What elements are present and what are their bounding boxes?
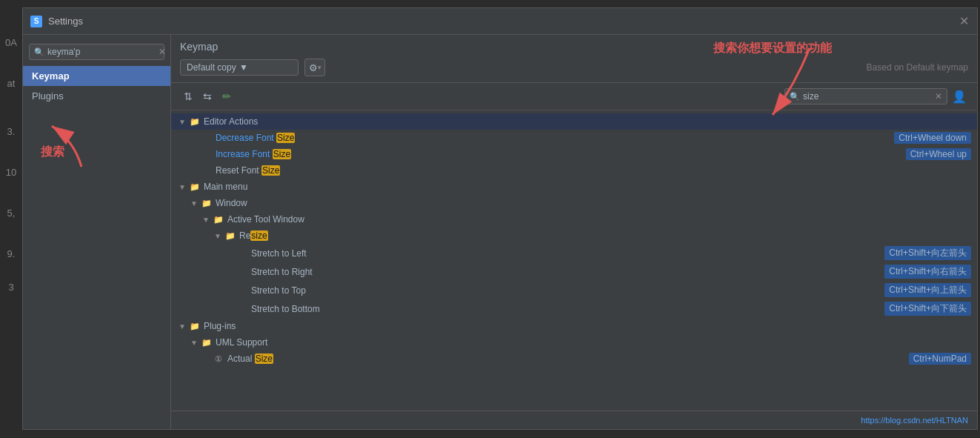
sidebar-search-icon: 🔍	[34, 47, 44, 57]
node-label-plugins: Plug-ins	[204, 321, 977, 331]
tree-node-active-tool-window[interactable]: ▼ 📁 Active Tool Window	[171, 211, 977, 228]
tree-node-window[interactable]: ▼ 📁 Window	[171, 195, 977, 211]
filter-search-icon: 🔍	[790, 92, 800, 102]
sidebar: 🔍 ✕ Keymap Plugins	[23, 35, 171, 429]
tree-node-actual-size[interactable]: ① Actual Size Ctrl+NumPad	[171, 351, 977, 367]
shortcut-stretch-left: Ctrl+Shift+向左箭头	[884, 246, 971, 260]
toolbar-row: ⇅ ⇆ ✏ 🔍 ✕ 👤	[171, 83, 977, 110]
expand-icon-uml: ▼	[189, 339, 199, 347]
tree-node-editor-actions[interactable]: ▼ 📁 Editor Actions	[171, 113, 977, 130]
tree-node-plugins[interactable]: ▼ 📁 Plug-ins	[171, 318, 977, 334]
expand-all-button[interactable]: ⇅	[180, 88, 196, 104]
expand-icon-window: ▼	[189, 199, 199, 208]
sidebar-search-box[interactable]: 🔍 ✕	[29, 44, 164, 60]
node-label-window: Window	[216, 198, 977, 208]
keymap-controls-row: Default copy ▼ ⚙ ▾ Based on Default keym…	[180, 59, 968, 76]
keymap-dropdown[interactable]: Default copy ▼	[180, 59, 299, 76]
dialog-close-button[interactable]: ✕	[958, 16, 970, 27]
user-icon: 👤	[952, 90, 967, 104]
settings-app-icon: S	[30, 16, 42, 27]
action-icon-sb	[236, 303, 248, 315]
collapse-all-button[interactable]: ⇆	[199, 88, 216, 104]
tree-node-main-menu[interactable]: ▼ 📁 Main menu	[171, 179, 977, 195]
expand-icon-plugins: ▼	[177, 322, 187, 331]
expand-all-icon: ⇅	[184, 90, 193, 102]
node-label-reset-font: Reset Font Size	[216, 165, 977, 176]
keymap-tree[interactable]: ▼ 📁 Editor Actions Decrease Font Size Ct…	[171, 110, 977, 411]
folder-icon-resize: 📁	[224, 230, 236, 242]
dropdown-arrow-icon: ▼	[239, 62, 292, 73]
filter-search-clear[interactable]: ✕	[935, 91, 942, 102]
action-icon-st	[236, 285, 248, 296]
node-label-uml: UML Support	[216, 337, 977, 348]
tree-node-increase-font[interactable]: Increase Font Size Ctrl+Wheel up	[171, 146, 977, 162]
settings-dialog: S Settings ✕ 🔍 ✕ Keymap Plugins Keym	[22, 7, 978, 430]
sidebar-item-keymap[interactable]: Keymap	[23, 66, 170, 86]
filter-search-input[interactable]	[803, 91, 935, 102]
main-content: Keymap Default copy ▼ ⚙ ▾ Based on Defau…	[171, 35, 977, 429]
tree-node-stretch-bottom[interactable]: Stretch to Bottom Ctrl+Shift+向下箭头	[171, 299, 977, 318]
action-icon	[201, 132, 213, 144]
node-label-stretch-left: Stretch to Left	[251, 248, 884, 259]
folder-icon-atw: 📁	[213, 213, 224, 225]
bottom-bar: https://blog.csdn.net/HLTNAN	[171, 411, 977, 429]
dialog-titlebar: S Settings ✕	[23, 8, 977, 35]
based-on-label: Based on Default keymap	[867, 62, 968, 73]
folder-icon: 📁	[189, 116, 201, 127]
folder-icon-main: 📁	[189, 181, 201, 193]
sidebar-search-clear[interactable]: ✕	[159, 47, 166, 57]
tree-node-reset-font[interactable]: Reset Font Size	[171, 162, 977, 179]
node-label-actual-size: Actual Size	[227, 354, 909, 364]
expand-icon-resize: ▼	[213, 232, 223, 240]
node-label-stretch-right: Stretch to Right	[251, 267, 884, 277]
node-label-stretch-top: Stretch to Top	[251, 285, 884, 296]
sidebar-search-input[interactable]	[47, 47, 159, 57]
node-label-resize: Resize	[239, 230, 977, 241]
expand-icon-main: ▼	[177, 183, 187, 191]
bg-editor: 0A at 3. 10 5, 9. 3	[0, 0, 22, 438]
action-icon-sl	[236, 248, 248, 259]
expand-icon: ▼	[177, 118, 187, 126]
tree-node-stretch-right[interactable]: Stretch to Right Ctrl+Shift+向右箭头	[171, 262, 977, 281]
expand-icon-atw: ▼	[201, 216, 211, 224]
keymap-gear-button[interactable]: ⚙ ▾	[304, 59, 325, 76]
node-label-active-tool-window: Active Tool Window	[227, 214, 977, 225]
folder-icon-window: 📁	[201, 197, 213, 209]
edit-shortcut-button[interactable]: ✏	[219, 88, 235, 104]
collapse-all-icon: ⇆	[203, 90, 212, 102]
plugin-action-icon: ①	[213, 353, 224, 365]
node-label-stretch-bottom: Stretch to Bottom	[251, 304, 884, 314]
tree-node-uml[interactable]: ▼ 📁 UML Support	[171, 334, 977, 351]
action-icon3	[201, 165, 213, 176]
csdn-link[interactable]: https://blog.csdn.net/HLTNAN	[861, 416, 968, 425]
shortcut-increase-font: Ctrl+Wheel up	[906, 148, 971, 160]
action-icon-sr	[236, 266, 248, 278]
folder-icon-uml: 📁	[201, 336, 213, 348]
node-label-main-menu: Main menu	[204, 182, 977, 192]
folder-icon-plugins: 📁	[189, 320, 201, 332]
dialog-title: Settings	[48, 16, 958, 27]
shortcut-decrease-font: Ctrl+Wheel down	[894, 132, 971, 144]
tree-node-stretch-top[interactable]: Stretch to Top Ctrl+Shift+向上箭头	[171, 281, 977, 299]
node-label-decrease-font: Decrease Font Size	[216, 133, 894, 143]
sidebar-item-plugins[interactable]: Plugins	[23, 86, 170, 106]
tree-node-resize[interactable]: ▼ 📁 Resize	[171, 228, 977, 244]
tree-node-decrease-font[interactable]: Decrease Font Size Ctrl+Wheel down	[171, 130, 977, 146]
edit-icon: ✏	[222, 90, 231, 102]
gear-icon: ⚙	[309, 62, 318, 73]
dialog-body: 🔍 ✕ Keymap Plugins Keymap Default copy ▼	[23, 35, 977, 429]
gear-dropdown-icon: ▾	[318, 64, 321, 71]
shortcuts-user-button[interactable]: 👤	[950, 87, 968, 105]
shortcut-stretch-top: Ctrl+Shift+向上箭头	[884, 283, 971, 297]
filter-search-box[interactable]: 🔍 ✕	[784, 88, 947, 104]
node-label-editor-actions: Editor Actions	[204, 116, 977, 127]
shortcut-stretch-bottom: Ctrl+Shift+向下箭头	[884, 302, 971, 316]
shortcut-actual-size: Ctrl+NumPad	[909, 353, 971, 365]
action-icon2	[201, 148, 213, 160]
node-label-increase-font: Increase Font Size	[216, 149, 906, 159]
keymap-section-title: Keymap	[180, 41, 968, 53]
tree-node-stretch-left[interactable]: Stretch to Left Ctrl+Shift+向左箭头	[171, 244, 977, 262]
content-header: Keymap Default copy ▼ ⚙ ▾ Based on Defau…	[171, 35, 977, 83]
shortcut-stretch-right: Ctrl+Shift+向右箭头	[884, 265, 971, 279]
